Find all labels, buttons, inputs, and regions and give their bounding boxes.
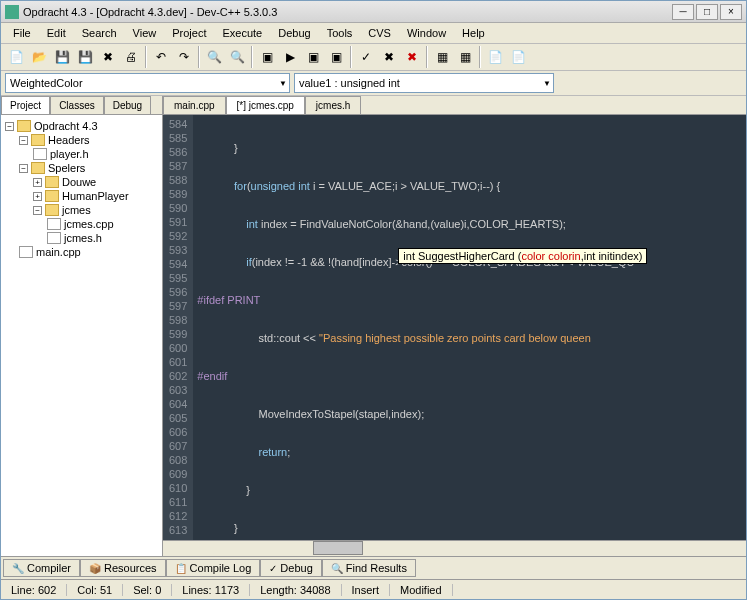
menu-window[interactable]: Window — [399, 25, 454, 41]
debug-icon[interactable]: ✓ — [355, 46, 377, 68]
new-icon[interactable]: 📄 — [5, 46, 27, 68]
project-tree[interactable]: −Opdracht 4.3 −Headers player.h −Spelers… — [1, 115, 162, 556]
menu-debug[interactable]: Debug — [270, 25, 318, 41]
tab-debug-bottom[interactable]: ✓ Debug — [260, 559, 321, 577]
status-modified: Modified — [390, 584, 453, 596]
tree-root[interactable]: −Opdracht 4.3 — [5, 119, 158, 133]
tab-classes[interactable]: Classes — [50, 96, 104, 114]
tree-folder[interactable]: −jcmes — [33, 203, 158, 217]
scrollbar-thumb[interactable] — [313, 541, 363, 555]
tree-folder[interactable]: +HumanPlayer — [33, 189, 158, 203]
tree-folder[interactable]: +Douwe — [33, 175, 158, 189]
collapse-icon[interactable]: − — [19, 136, 28, 145]
find-icon[interactable]: 🔍 — [203, 46, 225, 68]
menu-edit[interactable]: Edit — [39, 25, 74, 41]
undo-icon[interactable]: ↶ — [150, 46, 172, 68]
file-tab[interactable]: main.cpp — [163, 96, 226, 114]
tab-debug[interactable]: Debug — [104, 96, 151, 114]
menu-cvs[interactable]: CVS — [360, 25, 399, 41]
tree-file[interactable]: main.cpp — [19, 245, 158, 259]
window-title: Opdracht 4.3 - [Opdracht 4.3.dev] - Dev-… — [23, 6, 670, 18]
tab-resources[interactable]: 📦 Resources — [80, 559, 166, 577]
print-icon[interactable]: 🖨 — [120, 46, 142, 68]
tab-project[interactable]: Project — [1, 96, 50, 114]
expand-icon[interactable]: + — [33, 192, 42, 201]
tab-compile-log[interactable]: 📋 Compile Log — [166, 559, 261, 577]
bookmark-icon[interactable]: 📄 — [484, 46, 506, 68]
folder-icon — [45, 204, 59, 216]
rebuild-icon[interactable]: ▣ — [325, 46, 347, 68]
file-tab-active[interactable]: [*] jcmes.cpp — [226, 96, 305, 114]
file-tab[interactable]: jcmes.h — [305, 96, 361, 114]
tooltip: int SuggestHigherCard (color colorin,int… — [398, 248, 647, 264]
menu-tools[interactable]: Tools — [319, 25, 361, 41]
menu-search[interactable]: Search — [74, 25, 125, 41]
horizontal-scrollbar[interactable] — [163, 540, 746, 556]
compile-run-icon[interactable]: ▣ — [302, 46, 324, 68]
tree-file[interactable]: player.h — [33, 147, 158, 161]
new-project-icon[interactable]: ▦ — [454, 46, 476, 68]
tab-compiler[interactable]: 🔧 Compiler — [3, 559, 80, 577]
file-icon — [33, 148, 47, 160]
chevron-down-icon: ▼ — [279, 79, 287, 88]
minimize-button[interactable]: ─ — [672, 4, 694, 20]
collapse-icon[interactable]: − — [19, 164, 28, 173]
save-icon[interactable]: 💾 — [51, 46, 73, 68]
menubar: File Edit Search View Project Execute De… — [1, 23, 746, 44]
collapse-icon[interactable]: − — [5, 122, 14, 131]
class-combo-value: WeightedColor — [10, 77, 83, 89]
folder-icon — [45, 176, 59, 188]
project-icon — [17, 120, 31, 132]
stop-debug-icon[interactable]: ✖ — [378, 46, 400, 68]
expand-icon[interactable]: + — [33, 178, 42, 187]
separator — [426, 46, 428, 68]
run-icon[interactable]: ▶ — [279, 46, 301, 68]
line-gutter: 5845855865875885895905915925935945955965… — [163, 115, 193, 540]
tree-file[interactable]: jcmes.h — [47, 231, 158, 245]
folder-icon — [45, 190, 59, 202]
menu-help[interactable]: Help — [454, 25, 493, 41]
status-insert: Insert — [342, 584, 391, 596]
status-bar: Line: 602 Col: 51 Sel: 0 Lines: 1173 Len… — [1, 579, 746, 599]
tab-find-results[interactable]: 🔍 Find Results — [322, 559, 416, 577]
menu-file[interactable]: File — [5, 25, 39, 41]
file-icon — [19, 246, 33, 258]
left-tabs: Project Classes Debug — [1, 96, 162, 115]
open-icon[interactable]: 📂 — [28, 46, 50, 68]
replace-icon[interactable]: 🔍 — [226, 46, 248, 68]
file-icon — [47, 232, 61, 244]
chevron-down-icon: ▼ — [543, 79, 551, 88]
status-col: Col: 51 — [67, 584, 123, 596]
profile-icon[interactable]: ✖ — [401, 46, 423, 68]
collapse-icon[interactable]: − — [33, 206, 42, 215]
saveall-icon[interactable]: 💾 — [74, 46, 96, 68]
class-combo[interactable]: WeightedColor▼ — [5, 73, 290, 93]
member-combo-value: value1 : unsigned int — [299, 77, 400, 89]
separator — [350, 46, 352, 68]
tree-file[interactable]: jcmes.cpp — [47, 217, 158, 231]
close-icon[interactable]: ✖ — [97, 46, 119, 68]
status-lines: Lines: 1173 — [172, 584, 250, 596]
menu-view[interactable]: View — [125, 25, 165, 41]
menu-project[interactable]: Project — [164, 25, 214, 41]
toolbar: 📄 📂 💾 💾 ✖ 🖨 ↶ ↷ 🔍 🔍 ▣ ▶ ▣ ▣ ✓ ✖ ✖ ▦ ▦ 📄 … — [1, 44, 746, 71]
app-icon — [5, 5, 19, 19]
bottom-tabs: 🔧 Compiler 📦 Resources 📋 Compile Log ✓ D… — [1, 556, 746, 579]
code-area[interactable]: } for(unsigned int i = VALUE_ACE;i > VAL… — [193, 115, 746, 540]
redo-icon[interactable]: ↷ — [173, 46, 195, 68]
code-editor[interactable]: 5845855865875885895905915925935945955965… — [163, 115, 746, 540]
status-length: Length: 34088 — [250, 584, 341, 596]
new-file-icon[interactable]: ▦ — [431, 46, 453, 68]
goto-icon[interactable]: 📄 — [507, 46, 529, 68]
tree-folder[interactable]: −Headers — [19, 133, 158, 147]
maximize-button[interactable]: □ — [696, 4, 718, 20]
titlebar: Opdracht 4.3 - [Opdracht 4.3.dev] - Dev-… — [1, 1, 746, 23]
menu-execute[interactable]: Execute — [214, 25, 270, 41]
compile-icon[interactable]: ▣ — [256, 46, 278, 68]
tree-folder[interactable]: −Spelers — [19, 161, 158, 175]
close-button[interactable]: × — [720, 4, 742, 20]
separator — [145, 46, 147, 68]
member-combo[interactable]: value1 : unsigned int▼ — [294, 73, 554, 93]
status-line: Line: 602 — [1, 584, 67, 596]
file-icon — [47, 218, 61, 230]
